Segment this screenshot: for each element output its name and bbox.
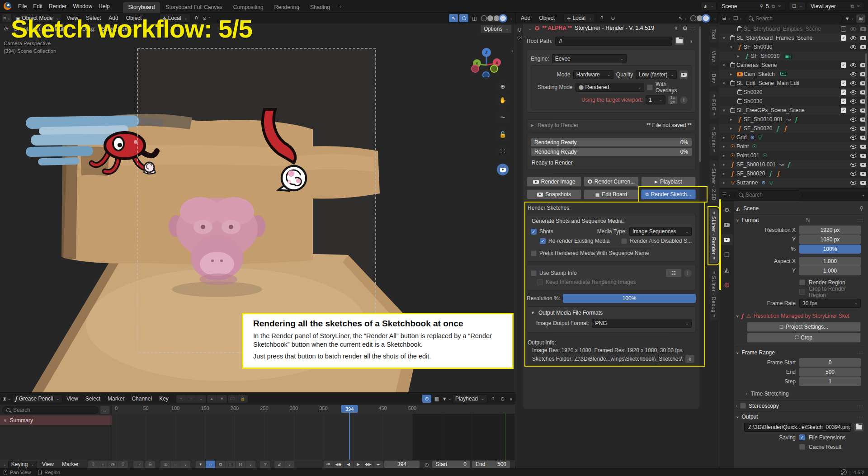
render-image-button[interactable]: Render Image <box>527 177 581 187</box>
target-icon[interactable]: ◎ <box>236 461 245 468</box>
tab-view-layer[interactable]: ❏ <box>721 249 733 260</box>
tab-render[interactable] <box>721 219 733 230</box>
exclude-checkbox[interactable]: ✓ <box>841 99 846 104</box>
tool-icon[interactable]: ⟳ <box>2 25 11 33</box>
xray-toggle-icon[interactable]: ◫ <box>470 14 479 22</box>
format-panel-header[interactable]: ∨Format ⫯⫰:::: <box>736 214 863 225</box>
timeline-menu-key[interactable]: Key <box>156 396 172 402</box>
add-key-icon[interactable]: + <box>176 395 186 403</box>
rerender-checkbox[interactable]: ✓ <box>540 238 546 244</box>
pin-icon[interactable]: ⚲ <box>859 205 863 212</box>
sync-icon[interactable]: ↔ <box>170 461 180 468</box>
expand-icon[interactable]: ▾ <box>723 81 729 85</box>
hide-eye-icon[interactable] <box>850 145 856 149</box>
shading-wireframe-icon[interactable] <box>481 15 487 21</box>
resolution-x-field[interactable]: 1920 px <box>799 226 861 235</box>
shading-rendered-icon[interactable] <box>500 15 506 21</box>
hide-eye-icon[interactable] <box>850 163 856 167</box>
exclude-checkbox[interactable]: ✓ <box>841 90 846 95</box>
collapse-icon[interactable]: ▼ <box>531 311 535 315</box>
frame-end-field[interactable]: End500 <box>472 461 510 468</box>
disable-render-icon[interactable] <box>860 145 866 149</box>
gizmo-z-neg[interactable] <box>483 72 489 77</box>
expand-icon[interactable]: ▶ <box>531 123 534 127</box>
summary-channel[interactable]: ∨ Summary <box>0 415 112 425</box>
snap-target-dropdown[interactable]: Playhead⌄ <box>452 394 487 403</box>
shading-solid-icon[interactable] <box>487 15 493 21</box>
stats-more-icon[interactable]: ⌄ <box>284 461 294 468</box>
outliner-item-label[interactable]: SF_Sh0030 <box>751 53 779 59</box>
viewport2-menu-object[interactable]: Object <box>536 15 558 21</box>
playblast-button[interactable]: ▶Playblast <box>641 177 696 187</box>
menu-file[interactable]: File <box>15 3 30 9</box>
frame-end-field[interactable]: 500 <box>799 368 861 377</box>
outliner-item-label[interactable]: Sh0030 <box>744 98 762 104</box>
expand-icon[interactable]: ▸ <box>737 54 743 58</box>
shading-mode-dropdown[interactable]: Rendered⌄ <box>576 83 645 92</box>
next-keyframe-icon[interactable]: ◆▶ <box>363 461 373 468</box>
sidebar-tab-sliner-render[interactable]: = SLiner - Render = <box>710 208 718 263</box>
outliner-item-label[interactable]: SF_Sh0010.001 <box>744 116 783 123</box>
collapse-icon[interactable]: ⌄ <box>3 462 6 467</box>
project-settings-button[interactable]: ☐Project Settings... <box>747 322 861 332</box>
filter-grid-icon[interactable]: ▦ <box>432 395 441 403</box>
stamp-icon[interactable]: ☷ <box>666 269 681 277</box>
playhead[interactable] <box>349 405 350 460</box>
scene-selector[interactable]: ◭⌄ <box>701 2 717 10</box>
sidebar-collapse-icon[interactable]: ‹ <box>511 48 513 53</box>
filter-funnel-icon[interactable]: ▼⌄ <box>442 395 451 403</box>
move-down-icon[interactable]: ▼ <box>217 395 227 403</box>
outliner-row[interactable]: ▸ʃSF_Sh0010.001↝ʃ <box>719 115 868 124</box>
sidebar-tab-sliner[interactable]: = SLiner = <box>710 124 718 156</box>
jump-first-icon[interactable]: ⏮ <box>324 461 334 468</box>
outliner-row[interactable]: Sh0020✓ <box>719 88 868 97</box>
current-frame-badge[interactable]: 394 <box>341 405 358 413</box>
expand-icon[interactable]: ▾ <box>723 36 729 40</box>
disable-render-icon[interactable] <box>860 45 866 49</box>
disable-render-icon[interactable] <box>860 27 866 31</box>
pin-icon[interactable]: ⚲ <box>760 4 763 9</box>
engine-dropdown[interactable]: Eevee⌄ <box>552 54 627 63</box>
move-up-icon[interactable]: ▲ <box>207 395 217 403</box>
timeline-menu-marker[interactable]: Marker <box>104 396 127 402</box>
exclude-checkbox[interactable]: ✓ <box>841 62 846 68</box>
keep-intermediate-checkbox[interactable] <box>537 279 543 285</box>
hand-icon[interactable]: ✋ <box>497 94 509 106</box>
viewport-3d[interactable]: ⌗⌄ ▣Object Mode⌄ View Select Add Object … <box>0 13 515 392</box>
render-disabled-checkbox[interactable] <box>621 238 627 244</box>
play-icon[interactable]: ▶ <box>354 461 363 468</box>
tab-scene[interactable]: ◭ <box>721 264 733 275</box>
outliner-item-label[interactable]: Cameras_Scene <box>736 62 777 68</box>
hide-eye-icon[interactable] <box>850 63 856 67</box>
outliner-item-label[interactable]: SL_Storyboard_Frames_Scene <box>736 35 812 41</box>
jump-last-icon[interactable]: ⏭ <box>373 461 383 468</box>
info-icon[interactable]: i <box>684 269 692 277</box>
crop-region-checkbox[interactable] <box>799 289 805 295</box>
sidebar-tab-sliner-2-5d[interactable]: = SLiner - 2.5D <box>710 160 718 204</box>
resolution-pct-slider[interactable]: 100% <box>563 294 696 303</box>
hide-eye-icon[interactable] <box>850 45 856 49</box>
hide-eye-icon[interactable] <box>850 118 856 122</box>
outliner-row[interactable]: ▾SL_Storyboard_Frames_Scene✓ <box>719 33 868 42</box>
outliner-item-label[interactable]: SL_Storyboard_Empties_Scene <box>744 26 821 32</box>
frame-start-field[interactable]: Start0 <box>432 461 470 468</box>
shots-checkbox[interactable]: ✓ <box>531 229 537 235</box>
hide-eye-icon[interactable] <box>850 154 856 158</box>
expand-icon[interactable]: ▸ <box>730 117 736 122</box>
hide-eye-icon[interactable] <box>850 108 856 113</box>
render-sketchbook-button[interactable]: ⧉Render Sketch... <box>641 189 696 199</box>
resolution-y-field[interactable]: 1080 px <box>799 235 861 244</box>
center-playhead-icon[interactable]: ↔ <box>98 461 108 468</box>
open-project-icon[interactable]: 🯅 <box>671 24 680 32</box>
expand-icon[interactable]: ▸ <box>723 135 729 140</box>
expand-icon[interactable]: ▸ <box>723 144 729 149</box>
viewport-3d-secondary[interactable]: Add Object ✛Local⌄ ∪ ⊙ ↖⌄ ⌄ U (3 ⌄ ✪ ** … <box>515 13 719 468</box>
timeline-menu-channel[interactable]: Channel <box>128 396 155 402</box>
shading-rendered-icon[interactable] <box>703 15 709 21</box>
edit-board-button[interactable]: ▦Edit Board <box>584 189 638 199</box>
menu-render[interactable]: Render <box>46 3 70 9</box>
outliner-item-label[interactable]: SF_Sh0020 <box>744 125 772 132</box>
overlays-toggle-icon[interactable]: ⬡ <box>459 14 468 22</box>
sidebar-tab-tool[interactable]: Tool <box>710 26 718 42</box>
snap-icon[interactable]: ↔ <box>206 461 216 468</box>
